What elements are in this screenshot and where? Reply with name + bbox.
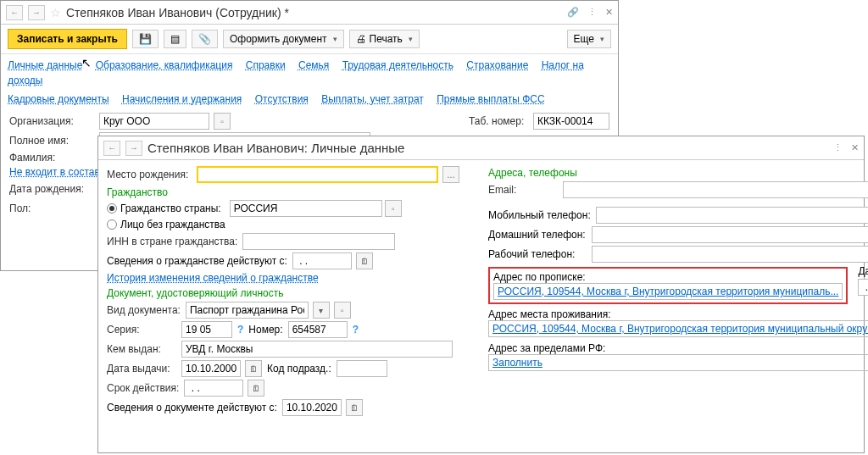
calendar-icon[interactable]: 🗓 [245, 360, 262, 377]
tab-payments[interactable]: Выплаты, учет затрат [321, 93, 424, 105]
list-button[interactable]: ▤ [164, 30, 186, 48]
tab-fss[interactable]: Прямые выплаты ФСС [437, 93, 544, 105]
home-phone-label: Домашний телефон: [488, 229, 587, 241]
reg-address-link[interactable]: РОССИЯ, 109544, Москва г, Внутригородска… [496, 284, 840, 299]
nav-fwd-icon[interactable]: → [28, 5, 45, 20]
close-icon[interactable]: ✕ [605, 7, 613, 18]
birthdate-label: Дата рождения: [9, 183, 94, 195]
tab-personal[interactable]: Личные данные [8, 59, 82, 71]
tabs-row-1: Личные данные Образование, квалификация … [1, 54, 618, 88]
save-close-button[interactable]: Записать и закрыть [8, 29, 127, 49]
inn-input[interactable] [242, 233, 395, 250]
mobile-input[interactable] [596, 207, 868, 224]
calendar-icon[interactable]: 🗓 [356, 252, 373, 269]
document-header: Документ, удостоверяющий личность [107, 287, 471, 299]
calendar-icon[interactable]: 🗓 [248, 380, 264, 397]
nav-back-icon[interactable]: ← [103, 141, 120, 156]
abroad-address-label: Адрес за пределами РФ: [488, 342, 868, 354]
doc-from-input[interactable] [282, 399, 342, 416]
number-label: Номер: [248, 324, 282, 336]
window-title: Степняков Иван Иванович (Сотрудник) * [66, 6, 562, 19]
link-icon[interactable]: 🔗 [567, 7, 579, 18]
issued-by-label: Кем выдан: [107, 343, 176, 355]
number-input[interactable] [288, 321, 348, 338]
org-input[interactable] [99, 113, 209, 130]
window-title: Степняков Иван Иванович: Личные данные [147, 141, 828, 155]
series-help-icon[interactable]: ? [237, 324, 243, 336]
email-label: Email: [488, 184, 558, 196]
attach-button[interactable]: 📎 [192, 30, 218, 48]
dept-code-label: Код подразд.: [267, 363, 331, 375]
favorite-icon[interactable]: ☆ [50, 6, 61, 19]
valid-to-label: Срок действия: [107, 382, 179, 394]
create-doc-button[interactable]: Оформить документ [223, 30, 344, 48]
issue-date-input[interactable] [181, 360, 241, 377]
tab-hr-docs[interactable]: Кадровые документы [8, 93, 109, 105]
issue-date-label: Дата выдачи: [107, 363, 176, 375]
doc-from-label: Сведения о документе действуют с: [107, 402, 277, 413]
mobile-label: Мобильный телефон: [488, 209, 591, 221]
birthplace-label: Место рождения: [107, 169, 192, 180]
more-icon[interactable]: ⋮ [587, 7, 597, 18]
citizen-from-label: Сведения о гражданстве действуют с: [107, 255, 287, 267]
tabs-row-2: Кадровые документы Начисления и удержани… [1, 88, 618, 107]
tab-family[interactable]: Семья [298, 59, 329, 71]
country-input[interactable] [230, 200, 382, 217]
dept-code-input[interactable] [337, 360, 387, 377]
close-icon[interactable]: ✕ [851, 142, 859, 153]
citizen-from-input[interactable] [292, 252, 352, 269]
country-open-icon[interactable]: ▫ [385, 200, 402, 217]
birthplace-open-icon[interactable]: … [442, 166, 459, 183]
reg-address-label: Адрес по прописке: [493, 271, 843, 283]
live-address-link[interactable]: РОССИЯ, 109544, Москва г, Внутригородска… [491, 321, 868, 336]
personal-data-window: ← → Степняков Иван Иванович: Личные данн… [97, 136, 865, 453]
tab-education[interactable]: Образование, квалификация [96, 59, 233, 71]
no-citizen-radio[interactable]: Лицо без гражданства [107, 219, 471, 230]
tabno-input[interactable] [533, 113, 609, 130]
home-phone-input[interactable] [592, 226, 868, 243]
inn-label: ИНН в стране гражданства: [107, 236, 237, 247]
valid-to-input[interactable] [184, 380, 243, 397]
print-button[interactable]: 🖨 Печать [349, 30, 420, 48]
citizen-history-link[interactable]: История изменения сведений о гражданстве [107, 272, 319, 284]
tab-insurance[interactable]: Страхование [466, 59, 528, 71]
org-open-icon[interactable]: ▫ [214, 113, 231, 130]
reg-date-input[interactable] [858, 279, 868, 296]
reg-address-highlight: Адрес по прописке: РОССИЯ, 109544, Москв… [488, 267, 848, 304]
tab-references[interactable]: Справки [246, 59, 286, 71]
nav-back-icon[interactable]: ← [6, 5, 23, 20]
citizen-country-radio[interactable]: Гражданство страны: ▫ [107, 200, 471, 217]
save-button[interactable]: 💾 [132, 30, 159, 48]
calendar-icon[interactable]: 🗓 [346, 399, 363, 416]
dropdown-icon[interactable]: ▾ [313, 302, 330, 319]
issued-by-input[interactable] [181, 341, 453, 358]
lastname-label: Фамилия: [9, 152, 94, 164]
doc-type-input[interactable] [186, 302, 309, 319]
number-help-icon[interactable]: ? [353, 324, 359, 336]
tabno-label: Таб. номер: [469, 115, 528, 127]
series-label: Серия: [107, 324, 176, 336]
birthplace-input[interactable] [197, 166, 438, 183]
cursor-icon: ↖ [81, 56, 92, 69]
fullname-label: Полное имя: [9, 135, 94, 147]
tab-work[interactable]: Трудовая деятельность [342, 59, 453, 71]
more-button[interactable]: Еще [567, 30, 611, 48]
open-icon[interactable]: ▫ [334, 302, 351, 319]
live-address-label: Адрес места проживания: [488, 308, 868, 320]
doc-type-label: Вид документа: [107, 304, 181, 316]
citizenship-header: Гражданство [107, 186, 471, 198]
addresses-header: Адреса, телефоны [488, 167, 868, 179]
series-input[interactable] [181, 321, 232, 338]
tab-absence[interactable]: Отсутствия [255, 93, 309, 105]
reg-date-label: Дата регистрации: [858, 265, 868, 277]
org-label: Организация: [9, 115, 94, 127]
nav-fwd-icon[interactable]: → [125, 141, 142, 156]
work-phone-input[interactable] [592, 246, 868, 263]
fill-link[interactable]: Заполнить [491, 355, 868, 370]
work-phone-label: Рабочий телефон: [488, 248, 587, 260]
tab-payroll[interactable]: Начисления и удержания [122, 93, 242, 105]
sex-label: Пол: [9, 203, 94, 214]
more-icon[interactable]: ⋮ [833, 142, 843, 153]
email-input[interactable] [563, 181, 868, 198]
